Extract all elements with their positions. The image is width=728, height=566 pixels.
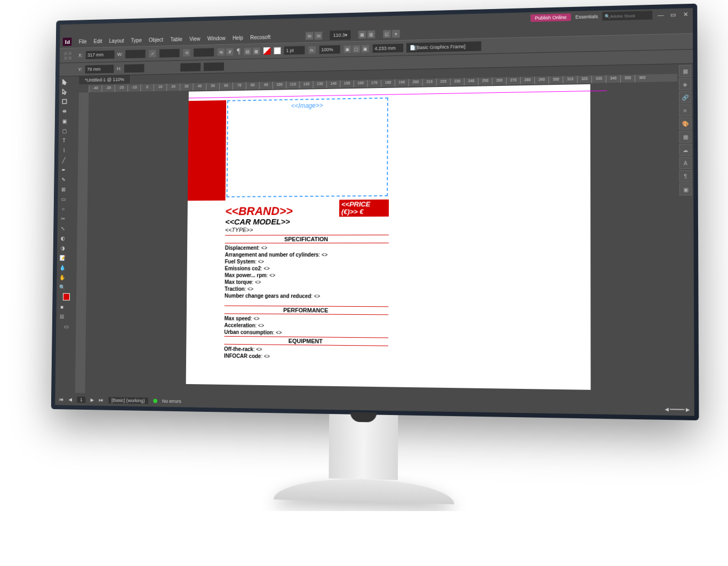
wrap-offset[interactable]: 4.233 mm	[372, 44, 403, 53]
menu-table[interactable]: Table	[170, 36, 182, 42]
fill-swatch[interactable]	[263, 47, 270, 55]
restore-button[interactable]: ▭	[669, 11, 677, 19]
page-nav-next[interactable]: ▶	[90, 397, 94, 403]
y-field[interactable]: 79 mm	[85, 65, 114, 74]
wrap-icon[interactable]: ▣	[343, 45, 351, 53]
content-collector-tool[interactable]: ▣	[60, 116, 69, 126]
preflight-status[interactable]: No errors	[162, 398, 181, 404]
zoom-level[interactable]: 110.3 ▾	[330, 30, 350, 41]
note-tool[interactable]: 📝	[58, 253, 67, 262]
menu-layout[interactable]: Layout	[109, 37, 124, 43]
stroke-swatch[interactable]	[273, 47, 281, 54]
menu-help[interactable]: Help	[233, 35, 243, 41]
wrap-icon[interactable]: ▣	[361, 44, 369, 53]
workspace-switcher[interactable]: Essentials	[575, 14, 597, 20]
scissors-tool[interactable]: ✂	[58, 214, 67, 223]
shear-field[interactable]	[203, 62, 223, 70]
pages-panel-icon[interactable]: ▦	[678, 65, 691, 77]
type-path-tool[interactable]: ⌇	[59, 146, 68, 155]
equipment-section[interactable]: EQUIPMENT Off-the-rack: <>INFOCAR code: …	[223, 336, 388, 362]
scale-y-field[interactable]	[180, 62, 201, 71]
content-placer-tool[interactable]: ▢	[59, 126, 68, 135]
screen-mode[interactable]: ▭	[57, 322, 75, 331]
wrap-icon[interactable]: ▢	[351, 45, 360, 53]
document-tab[interactable]: *Untitled-1 @ 110%	[79, 75, 131, 84]
specification-section[interactable]: SPECIFICATION Displacement: <>Arrangemen…	[224, 235, 388, 301]
canvas[interactable]: *Untitled-1 @ 110% -40-30-20-10010203040…	[75, 64, 678, 402]
view-icon[interactable]: ▦	[358, 30, 366, 39]
cc-libraries-icon[interactable]: ☁	[679, 144, 691, 156]
close-button[interactable]: ✕	[681, 10, 689, 18]
direct-selection-tool[interactable]	[60, 87, 69, 97]
fx-icon[interactable]: fx	[307, 46, 316, 54]
menu-view[interactable]: View	[189, 36, 200, 42]
price-box[interactable]: <<PRICE(€)>> €	[339, 200, 389, 217]
line-tool[interactable]: ╱	[59, 155, 68, 164]
gap-tool[interactable]	[60, 107, 69, 116]
type-tool[interactable]: T	[59, 135, 68, 145]
bridge-icon[interactable]: Br	[305, 31, 314, 40]
gradient-swatch-tool[interactable]: ◐	[58, 233, 67, 242]
scale-x-field[interactable]	[159, 49, 180, 58]
page-tool[interactable]	[60, 97, 69, 107]
menu-type[interactable]: Type	[131, 37, 141, 43]
swatches-panel-icon[interactable]: ▦	[679, 131, 691, 143]
x-field[interactable]: 317 mm	[85, 50, 114, 59]
ref-point[interactable]	[63, 51, 67, 55]
menu-window[interactable]: Window	[207, 35, 225, 42]
fill-stroke-toggle[interactable]	[57, 292, 75, 302]
paragraph-panel-icon[interactable]: ¶	[679, 170, 691, 182]
flip-h-icon[interactable]: ⇋	[217, 48, 225, 57]
screen-mode-icon[interactable]: ◱	[382, 30, 391, 38]
stroke-panel-icon[interactable]: ≡	[679, 104, 691, 116]
selection-tool[interactable]	[60, 77, 69, 87]
w-field[interactable]	[125, 50, 146, 58]
object-style-dropdown[interactable]: 📄 [Basic Graphics Frame]	[406, 41, 481, 52]
zoom-tool[interactable]: 🔍	[57, 282, 66, 291]
model-placeholder[interactable]: <<CAR MODEL>>	[225, 217, 290, 226]
page-nav-prev[interactable]: ◀	[68, 397, 72, 402]
page-nav-last[interactable]: ⏭	[99, 397, 103, 403]
stock-icon[interactable]: St	[314, 31, 323, 40]
pencil-tool[interactable]: ✎	[59, 175, 68, 184]
menu-recosoft[interactable]: Recosoft	[250, 34, 270, 41]
scale-icon[interactable]: ⤢	[148, 50, 156, 58]
color-panel-icon[interactable]: 🎨	[679, 117, 691, 130]
opacity-field[interactable]: 100%	[319, 45, 340, 54]
master-indicator[interactable]: [Basic] (working)	[108, 397, 148, 404]
publish-online-button[interactable]: Publish Online	[530, 13, 571, 22]
rectangle-tool[interactable]: ▭	[59, 194, 68, 203]
performance-section[interactable]: PERFORMANCE Max speed: <>Acceleration: <…	[224, 306, 388, 338]
menu-edit[interactable]: Edit	[93, 38, 102, 44]
rotate-field[interactable]	[194, 48, 214, 57]
align-icon[interactable]: ▤	[243, 47, 251, 55]
hand-tool[interactable]: ✋	[58, 273, 67, 282]
search-input[interactable]: 🔍 Adobe Stock	[602, 11, 652, 21]
minimize-button[interactable]: —	[657, 11, 665, 19]
pen-tool[interactable]: ✒	[59, 165, 68, 174]
menu-file[interactable]: File	[78, 38, 86, 44]
ref-point[interactable]	[63, 56, 67, 60]
rectangle-frame-tool[interactable]: ⊠	[59, 185, 68, 194]
stroke-weight[interactable]: 1 pt	[284, 46, 305, 55]
ref-point[interactable]	[68, 55, 71, 60]
free-transform-tool[interactable]: ⤡	[58, 224, 67, 233]
ref-point[interactable]	[68, 51, 71, 55]
flip-v-icon[interactable]: ⇵	[226, 47, 234, 56]
menu-object[interactable]: Object	[148, 37, 163, 43]
rotate-icon[interactable]: ⟲	[182, 49, 190, 57]
h-field[interactable]	[124, 64, 144, 73]
view-icon[interactable]: ▥	[366, 30, 375, 38]
type-placeholder[interactable]: <<TYPE>>	[225, 227, 253, 233]
page-nav-first[interactable]: ⏮	[59, 397, 63, 402]
brand-placeholder[interactable]: <<BRAND>>	[225, 204, 293, 218]
arrange-icon[interactable]: ▾	[391, 29, 400, 38]
ellipse-tool[interactable]: ○	[58, 204, 67, 213]
layers-panel-icon[interactable]: ◈	[678, 78, 691, 90]
apply-none[interactable]: ☒	[57, 312, 66, 321]
eyedropper-tool[interactable]: 💧	[58, 263, 67, 272]
page-number[interactable]: 1	[77, 396, 85, 403]
character-panel-icon[interactable]: A	[679, 157, 691, 169]
align-icon[interactable]: ▦	[252, 47, 260, 55]
gradient-feather-tool[interactable]: ◑	[58, 243, 67, 252]
